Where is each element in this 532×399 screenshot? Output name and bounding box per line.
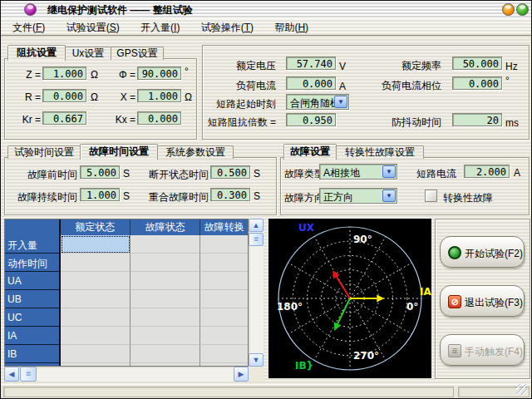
table-cell[interactable] [200,235,248,254]
r-label: R = [9,91,41,103]
r-unit: Ω [91,91,98,103]
tab-gps-settings[interactable]: GPS设置 [111,47,164,60]
scroll-up-button[interactable]: ▲ [249,219,264,232]
angle-label-90: 90° [353,234,372,245]
kx-input[interactable]: 0.000 [137,111,181,125]
h-scroll-thumb[interactable]: ≣ [20,367,37,382]
angle-label-0: 0° [406,301,418,313]
convert-fault-checkbox[interactable] [425,190,437,202]
rated-voltage-input[interactable]: 57.740 [286,57,336,70]
chevron-down-icon[interactable]: ▼ [382,165,396,178]
table-cell[interactable] [131,235,200,254]
exit-test-button[interactable]: ⊘ 退出试验(F3) [440,285,525,317]
table-cell[interactable] [131,345,200,363]
table-cell[interactable] [61,308,131,327]
scroll-down-button[interactable]: ▼ [249,353,264,367]
start-test-button[interactable]: 开始试验(F2) [440,236,525,268]
load-phase-input[interactable]: 0.000 [452,76,502,90]
kx-label: Kx = [101,114,135,126]
phi-input[interactable]: 90.000 [137,66,181,80]
table-row: IB [5,345,248,363]
convert-fault-label: 转换性故障 [443,191,510,203]
table-cell[interactable] [200,308,248,327]
table-cell[interactable] [61,272,131,290]
tab-test-time[interactable]: 试验时间设置 [7,145,81,159]
debounce-input[interactable]: 20 [452,113,502,126]
sc-start-select[interactable]: 合闸角随机 ▼ [286,94,349,110]
table-cell[interactable] [61,327,131,345]
tab-fault-settings[interactable]: 故障设置 [283,144,337,160]
status-panel-left [3,387,454,397]
table-cell[interactable] [131,254,200,272]
tab-fault-time[interactable]: 故障时间设置 [80,144,158,160]
app-icon[interactable] [24,3,37,16]
title-bar[interactable]: 继电保护测试软件 —— 整组试验 [1,1,532,19]
row-header: 开入量 [5,235,61,254]
fault-direction-select[interactable]: 正方向 ▼ [319,188,397,204]
col-header-fault-state[interactable]: 故障状态 [131,219,200,235]
reclose-fault-time-input[interactable]: 0.300 [210,188,250,201]
minimize-button[interactable] [502,3,515,16]
rated-freq-input[interactable]: 50.000 [452,57,502,70]
manual-trigger-label: 手动触发(F4) [465,345,523,359]
tab-impedance-settings[interactable]: 阻抗设置 [7,45,66,61]
table-row: UC [5,308,248,327]
menu-help[interactable]: 帮助(H) [268,18,315,35]
x-input[interactable]: 1.000 [137,89,181,102]
phi-label: Φ = [101,69,135,81]
tab-convert-fault-settings[interactable]: 转换性故障设置 [336,145,424,159]
load-current-input[interactable]: 0.000 [286,76,336,90]
kr-label: Kr = [9,114,41,126]
fault-direction-value: 正方向 [323,190,353,204]
menu-test-settings[interactable]: 试验设置(S) [60,18,126,35]
table-cell[interactable] [200,345,248,363]
table-cell[interactable] [61,345,131,363]
app-window: 继电保护测试软件 —— 整组试验 文件(F) 试验设置(S) 开入量(I) 试验… [0,0,532,399]
scroll-left-button[interactable]: ◀ [4,367,19,382]
manual-trigger-button[interactable]: ≣ 手动触发(F4) [440,334,525,366]
col-header-fault-convert[interactable]: 故障转换 [200,219,248,235]
table-cell[interactable] [131,272,200,290]
table-cell[interactable] [61,290,131,308]
row-header: 动作时间 [5,254,61,272]
v-scroll-thumb[interactable]: ≣ [249,233,264,246]
menu-file[interactable]: 文件(F) [6,18,52,35]
fault-duration-label: 故障持续时间 [6,190,77,202]
table-cell[interactable] [200,254,248,272]
kr-input[interactable]: 0.667 [42,111,86,125]
table-cell[interactable] [200,327,248,345]
menu-test-operation[interactable]: 试验操作(T) [195,18,260,35]
sc-current-unit: A [514,167,520,179]
table-cell[interactable] [131,290,200,308]
table-cell[interactable] [61,235,131,254]
menu-binary-input[interactable]: 开入量(I) [134,18,186,35]
fault-duration-input[interactable]: 1.000 [80,188,120,201]
prefault-time-input[interactable]: 5.000 [80,165,120,179]
table-cell[interactable] [61,254,131,272]
table-cell[interactable] [131,327,200,345]
polar-grid [268,219,431,378]
vector-label-ux: UX [298,222,314,234]
z-input[interactable]: 1.000 [42,66,86,80]
load-current-label: 负荷电流 [202,79,276,91]
chevron-down-icon[interactable]: ▼ [334,96,347,108]
h-scrollbar[interactable] [4,367,249,382]
close-button[interactable] [516,3,529,16]
sc-multiple-input[interactable]: 0.950 [286,113,336,126]
tab-system-params[interactable]: 系统参数设置 [157,145,234,159]
table-cell[interactable] [131,308,200,327]
scroll-right-button[interactable]: ▶ [234,367,249,382]
r-input[interactable]: 0.000 [42,89,86,102]
table-cell[interactable] [200,290,248,308]
open-state-time-input[interactable]: 0.500 [210,165,250,179]
fault-type-select[interactable]: A相接地 ▼ [319,164,397,180]
chevron-down-icon[interactable]: ▼ [382,190,396,202]
resize-grip[interactable] [516,384,527,395]
col-header-rated-state[interactable]: 额定状态 [61,219,131,235]
vector-label-ia: IA [420,286,431,298]
sc-current-input[interactable]: 2.000 [464,165,510,178]
reclose-fault-time-label: 重合故障时间 [135,190,209,202]
actions-panel: 开始试验(F2) ⊘ 退出试验(F3) ≣ 手动触发(F4) [435,219,530,379]
tab-ux-settings[interactable]: Ux设置 [65,47,111,60]
table-cell[interactable] [200,272,248,290]
